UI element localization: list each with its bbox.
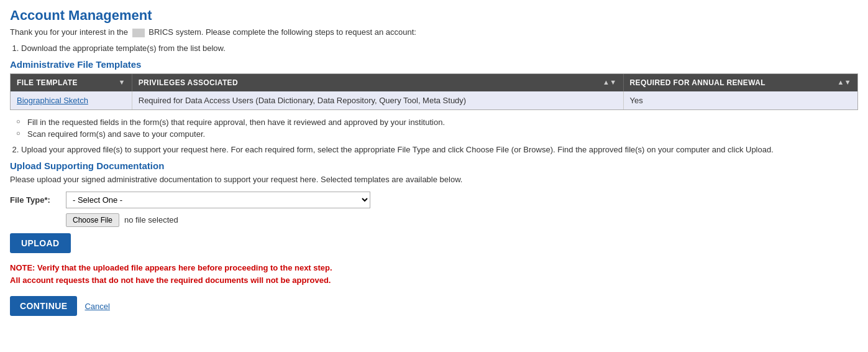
file-type-label: File Type*: xyxy=(10,195,60,205)
step2-list: Upload your approved file(s) to support … xyxy=(21,145,858,154)
upload-description: Please upload your signed administrative… xyxy=(10,175,858,184)
intro-system-name: BRICS xyxy=(148,27,173,37)
choose-file-button[interactable]: Choose File xyxy=(66,213,119,227)
brics-logo xyxy=(132,29,145,37)
instruction-item-1: Fill in the requested fields in the form… xyxy=(16,118,858,127)
intro-paragraph: Thank you for your interest in the BRICS… xyxy=(10,27,858,37)
note-line2: All account requests that do not have th… xyxy=(10,274,858,287)
step1-item: Download the appropriate template(s) fro… xyxy=(21,44,858,53)
admin-templates-table: FILE TEMPLATE ▼ PRIVILEGES ASSOCIATED ▲▼… xyxy=(11,74,857,109)
sort-icon-file-template: ▼ xyxy=(119,78,126,86)
note-line1: NOTE: Verify that the uploaded file appe… xyxy=(10,262,858,275)
sort-icon-privileges: ▲▼ xyxy=(603,78,617,86)
col-annual-renewal[interactable]: REQUIRED FOR ANNUAL RENEWAL ▲▼ xyxy=(623,74,857,91)
intro-text-before: Thank you for your interest in the xyxy=(10,27,128,37)
table-header: FILE TEMPLATE ▼ PRIVILEGES ASSOCIATED ▲▼… xyxy=(11,74,857,91)
sort-icon-renewal: ▲▼ xyxy=(838,78,852,86)
file-type-select[interactable]: - Select One - xyxy=(66,192,370,208)
admin-templates-title: Administrative File Templates xyxy=(10,59,858,70)
step1-text: Download the appropriate template(s) fro… xyxy=(21,44,226,53)
continue-button[interactable]: CONTINUE xyxy=(10,296,77,316)
col-privileges[interactable]: PRIVILEGES ASSOCIATED ▲▼ xyxy=(132,74,623,91)
upload-button[interactable]: UPLOAD xyxy=(10,233,71,253)
step2-item: Upload your approved file(s) to support … xyxy=(21,145,858,154)
bottom-actions: CONTINUE Cancel xyxy=(10,296,858,316)
page-title: Account Management xyxy=(10,7,858,24)
step2-text: Upload your approved file(s) to support … xyxy=(21,145,774,154)
cell-annual-renewal: Yes xyxy=(623,91,857,109)
biographical-sketch-link[interactable]: Biographical Sketch xyxy=(17,96,88,105)
instruction-item-2: Scan required form(s) and save to your c… xyxy=(16,129,858,139)
cell-privileges: Required for Data Access Users (Data Dic… xyxy=(132,91,623,109)
steps-list: Download the appropriate template(s) fro… xyxy=(21,44,858,53)
cancel-link[interactable]: Cancel xyxy=(85,302,109,311)
intro-text-after: system. Please complete the following st… xyxy=(176,27,416,37)
table-row: Biographical Sketch Required for Data Ac… xyxy=(11,91,857,109)
no-file-text: no file selected xyxy=(124,215,178,225)
note-text: NOTE: Verify that the uploaded file appe… xyxy=(10,262,858,288)
file-type-row: File Type*: - Select One - xyxy=(10,192,858,208)
cell-file-template: Biographical Sketch xyxy=(11,91,132,109)
instructions-list: Fill in the requested fields in the form… xyxy=(16,118,858,139)
choose-file-row: Choose File no file selected xyxy=(66,213,858,227)
admin-templates-table-container: FILE TEMPLATE ▼ PRIVILEGES ASSOCIATED ▲▼… xyxy=(10,73,858,110)
upload-section-title: Upload Supporting Documentation xyxy=(10,160,858,171)
col-file-template[interactable]: FILE TEMPLATE ▼ xyxy=(11,74,132,91)
table-body: Biographical Sketch Required for Data Ac… xyxy=(11,91,857,109)
